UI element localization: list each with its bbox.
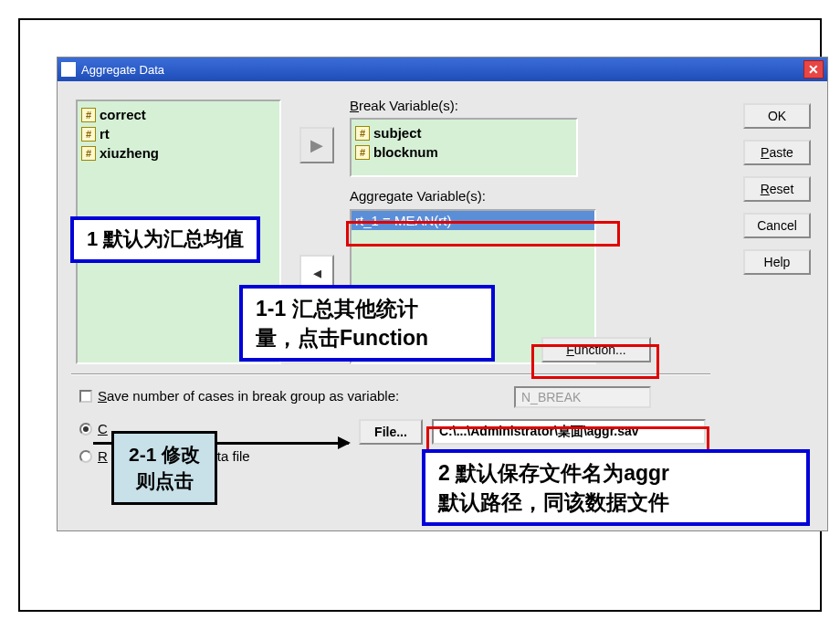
scale-var-icon: # <box>355 145 370 160</box>
save-cases-label: Save number of cases in break group as v… <box>98 388 399 404</box>
list-item[interactable]: # xiuzheng <box>81 143 276 163</box>
radio-create-new[interactable]: C <box>79 421 108 436</box>
annotation-line: 2 默认保存文件名为aggr <box>438 458 793 488</box>
break-label-text: reak Variable(s): <box>359 98 458 113</box>
radio-label: C <box>98 421 108 436</box>
window-title: Aggregate Data <box>81 63 164 77</box>
arrow-right-icon: ▶ <box>310 135 323 155</box>
nbreak-input: N_BREAK <box>514 386 651 408</box>
function-button[interactable]: Function... <box>541 337 651 362</box>
help-button[interactable]: Help <box>743 249 811 275</box>
list-item[interactable]: # subject <box>355 123 572 142</box>
var-label: blocknum <box>373 144 438 160</box>
app-icon <box>61 62 76 77</box>
file-button[interactable]: File... <box>359 419 423 445</box>
list-item[interactable]: rt_1 = MEAN(rt) <box>352 211 594 230</box>
list-item[interactable]: # rt <box>81 124 276 143</box>
button-column: OK Paste Reset Cancel Help <box>743 103 811 275</box>
break-label: Break Variable(s): <box>350 98 458 113</box>
radio-label: R <box>98 448 108 464</box>
annotation-2: 2 默认保存文件名为aggr 默认路径，同该数据文件 <box>422 449 810 526</box>
var-label: rt <box>100 126 110 142</box>
annotation-2-1: 2-1 修改 则点击 <box>111 431 217 505</box>
titlebar: Aggregate Data ✕ <box>58 58 827 81</box>
scale-var-icon: # <box>81 108 96 122</box>
annotation-1-1: 1-1 汇总其他统计 量，点击Function <box>239 285 495 362</box>
annotation-line: 默认路径，同该数据文件 <box>438 488 793 517</box>
annotation-line: 量，点击Function <box>256 323 478 352</box>
break-variable-list[interactable]: # subject # blocknum <box>350 118 578 177</box>
close-icon: ✕ <box>808 62 819 77</box>
annotation-line: 1-1 汇总其他统计 <box>256 294 478 323</box>
list-item[interactable]: # correct <box>81 105 276 124</box>
reset-button[interactable]: Reset <box>743 176 811 202</box>
annotation-line: 则点击 <box>129 467 200 494</box>
ok-button[interactable]: OK <box>743 103 811 129</box>
scale-var-icon: # <box>81 146 96 161</box>
close-button[interactable]: ✕ <box>803 60 824 79</box>
paste-button[interactable]: Paste <box>743 140 811 165</box>
annotation-1: 1 默认为汇总均值 <box>70 216 260 263</box>
list-item[interactable]: # blocknum <box>355 142 572 162</box>
save-cases-checkbox[interactable] <box>79 390 92 403</box>
radio-button[interactable] <box>79 450 92 463</box>
var-label: correct <box>100 107 146 122</box>
cancel-button[interactable]: Cancel <box>743 213 811 238</box>
radio-label-tail: ta file <box>217 448 250 464</box>
file-path-input[interactable]: C:\...\Administrator\桌面\aggr.sav <box>432 419 706 445</box>
var-label: subject <box>373 125 422 141</box>
annotation-line: 2-1 修改 <box>129 441 200 467</box>
scale-var-icon: # <box>81 127 96 142</box>
move-to-break-button[interactable]: ▶ <box>299 127 334 163</box>
aggregate-label: Aggregate Variable(s): <box>350 188 486 204</box>
save-cases-row: Save number of cases in break group as v… <box>79 388 399 404</box>
scale-var-icon: # <box>355 126 370 141</box>
arrow-icon: ◂ <box>313 263 321 283</box>
radio-dot-icon <box>83 426 89 432</box>
divider <box>71 373 710 375</box>
slide-border: Aggregate Data ✕ # correct # rt # xiuzhe… <box>18 18 822 612</box>
radio-button[interactable] <box>79 423 92 436</box>
var-label: xiuzheng <box>100 145 159 161</box>
